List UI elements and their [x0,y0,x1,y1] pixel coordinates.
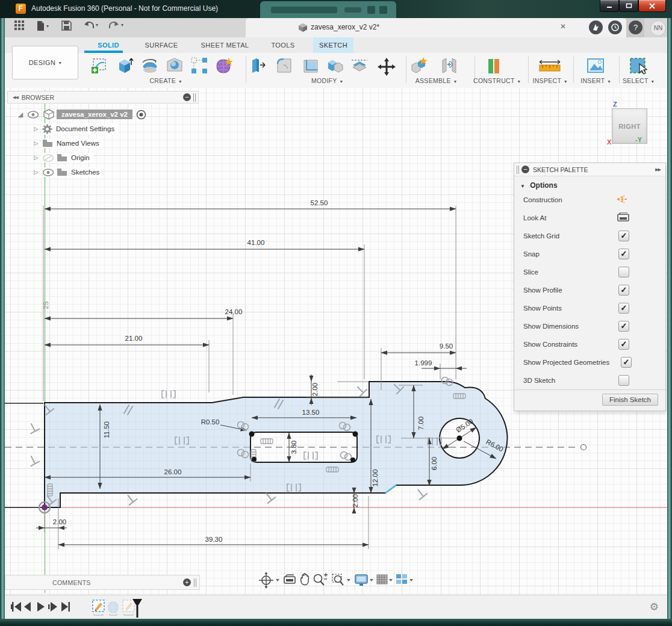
combine-button[interactable] [326,57,344,77]
account-avatar[interactable]: NN [650,20,666,36]
extrude-button[interactable] [116,57,134,77]
create-form-button[interactable] [214,57,234,77]
show-points-checkbox[interactable]: ✓ [618,303,629,314]
expander-open-icon[interactable]: ◢ [16,111,25,119]
group-select[interactable]: SELECT ▾ [623,77,654,84]
centerline-endpoint[interactable] [581,445,586,450]
dim-21[interactable]: 21.00 [125,335,143,342]
expander-closed-icon[interactable]: ▷ [31,126,41,132]
press-pull-button[interactable] [249,57,267,77]
expander-closed-icon[interactable]: ▷ [31,140,41,146]
save-button[interactable] [61,20,72,31]
group-inspect[interactable]: INSPECT ▾ [533,77,567,84]
zoom-window-button[interactable] [332,574,343,585]
select-button[interactable] [629,57,648,78]
dim-upper[interactable]: 41.00 [247,239,265,246]
dim-bar-height[interactable]: 11.50 [103,421,110,438]
tab-sketch[interactable]: SKETCH [313,37,353,53]
palette-header[interactable]: − SKETCH PALETTE ▶▶ [514,163,665,176]
timeline-form-feature[interactable] [108,602,118,613]
palette-expand-icon[interactable]: ▶▶ [655,167,661,172]
look-at-button[interactable] [617,212,629,223]
sketch-grid-checkbox[interactable]: ✓ [618,231,629,241]
show-dimensions-checkbox[interactable]: ✓ [618,321,629,332]
palette-options-section[interactable]: ▼ Options [514,176,665,191]
timeline-sketch-feature-2[interactable] [123,600,134,612]
comments-grip[interactable] [194,578,196,587]
dim-overall[interactable]: 52.50 [311,199,328,206]
zoom-button[interactable] [314,573,328,585]
browser-header[interactable]: ◀◀ BROWSER − [7,91,199,104]
browser-item-sketches[interactable]: ▷ Sketches [7,165,199,179]
dim-hole-diameter[interactable]: Ø5.00 [455,418,474,434]
group-assemble[interactable]: ASSEMBLE ▾ [415,77,457,84]
timeline-gear-icon[interactable]: ⚙ [650,601,659,613]
dim-slot-height[interactable]: 3.80 [290,441,297,454]
expander-closed-icon[interactable]: ▷ [31,155,41,161]
group-insert[interactable]: INSERT ▾ [580,77,610,84]
show-constraints-checkbox[interactable]: ✓ [618,339,629,350]
insert-button[interactable] [586,57,605,77]
palette-minimize-icon[interactable]: − [521,166,529,173]
dim-1999[interactable]: 1.999 [415,359,432,367]
titlebar[interactable]: F Autodesk Fusion 360 (Personal - Not fo… [0,0,672,19]
design-workspace-menu[interactable]: DESIGN ▾ [12,46,78,79]
play-button[interactable] [37,602,45,612]
add-comment-icon[interactable]: + [183,578,191,586]
dim-right-height[interactable]: 12.00 [372,470,379,487]
construct-plane-button[interactable] [484,57,504,78]
grid-caret-icon[interactable] [389,579,393,581]
file-menu-button[interactable]: ▾ [36,20,49,31]
dim-step[interactable]: 2.00 [311,383,319,396]
activate-radio-icon[interactable] [136,110,146,120]
new-component-button[interactable] [410,57,429,77]
root-component-name[interactable]: zavesa_xerox_v2 v2 [57,110,132,119]
viewports-button[interactable] [396,574,407,584]
orbit-caret-icon[interactable] [276,579,279,581]
dim-slot-length[interactable]: 13.50 [302,409,320,416]
sketch-profile[interactable] [45,382,507,507]
move-copy-button[interactable] [376,57,397,79]
step-forward-button[interactable] [48,602,57,612]
zoom-window-caret-icon[interactable] [347,579,350,581]
browser-item-named-views[interactable]: ▷ Named Views [7,136,199,150]
expander-closed-icon[interactable]: ▷ [31,169,41,175]
timeline-sketch-feature[interactable] [93,600,104,612]
dim-tab-width[interactable]: 2.00 [53,518,66,525]
dim-24[interactable]: 24.00 [225,308,243,315]
maximize-button[interactable] [619,0,638,12]
revolve-button[interactable] [141,57,159,77]
tab-tools[interactable]: TOOLS [265,37,301,53]
collapse-browser-icon[interactable]: ◀◀ [13,95,18,100]
finish-sketch-button[interactable]: Finish Sketch [602,394,658,406]
eye-off-icon[interactable] [42,154,54,162]
split-button[interactable] [350,57,369,77]
dim-head-top[interactable]: 7.00 [417,417,425,430]
group-construct[interactable]: CONSTRUCT ▾ [473,77,520,84]
viewports-caret-icon[interactable] [409,579,413,581]
look-at-button[interactable] [284,575,295,583]
3d-sketch-checkbox[interactable] [618,375,629,386]
browser-item-document-settings[interactable]: ▷ Document Settings [7,122,199,136]
app-grid-button[interactable] [14,20,24,30]
job-status-button[interactable] [608,20,622,34]
palette-grip[interactable] [517,166,519,174]
comments-bar[interactable]: COMMENTS + [5,575,200,590]
pattern-button[interactable] [190,57,208,77]
display-caret-icon[interactable] [370,579,373,581]
shell-button[interactable] [302,57,320,77]
pan-button[interactable] [301,574,309,585]
group-modify[interactable]: MODIFY ▾ [311,77,343,84]
fillet-button[interactable] [275,57,293,77]
browser-grip[interactable] [193,93,196,102]
viewcube-face-label[interactable]: RIGHT [618,123,641,130]
show-projected-checkbox[interactable]: ✓ [621,357,632,368]
dim-head-bottom[interactable]: 6.00 [431,457,438,470]
viewcube[interactable]: RIGHT [612,108,647,144]
tab-sheet-metal[interactable]: SHEET METAL [196,37,254,53]
dim-left-height[interactable]: 25 [42,302,49,309]
measure-button[interactable] [538,57,562,77]
browser-item-origin[interactable]: ▷ Origin [7,150,199,165]
eye-icon[interactable] [27,111,39,119]
document-tab[interactable]: zavesa_xerox_v2 v2* ✕ [246,18,626,37]
